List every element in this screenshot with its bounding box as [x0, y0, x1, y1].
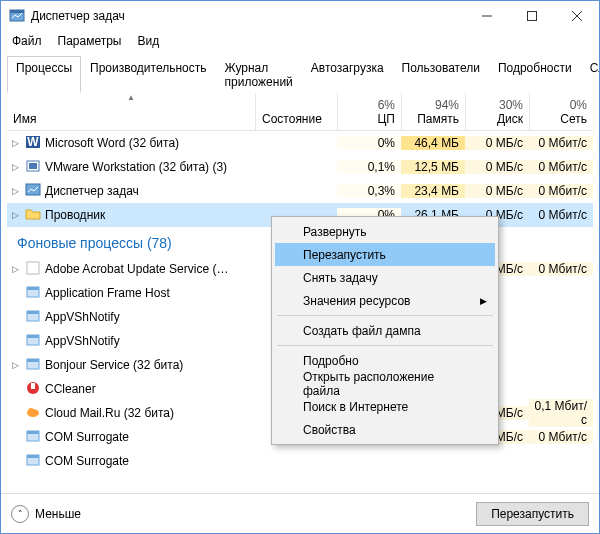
disk-value: 0 МБ/с	[465, 160, 529, 174]
network-value: 0 Мбит/с	[529, 184, 593, 198]
process-icon: W	[25, 134, 41, 153]
memory-value: 23,4 МБ	[401, 184, 465, 198]
minimize-button[interactable]	[464, 1, 509, 31]
column-headers: ▲ Имя Состояние 6%ЦП 94%Память 30%Диск 0…	[7, 93, 593, 131]
expand-icon[interactable]: ▷	[9, 360, 21, 370]
disk-value: 0 МБ/с	[465, 184, 529, 198]
tab-5[interactable]: Подробности	[489, 56, 581, 93]
svg-rect-10	[26, 184, 40, 195]
menu-2[interactable]: Вид	[130, 32, 166, 50]
tab-6[interactable]: Службы	[581, 56, 600, 93]
cpu-value: 0,3%	[337, 184, 401, 198]
column-disk[interactable]: 30%Диск	[465, 93, 529, 130]
fewer-details-button[interactable]: ˄ Меньше	[11, 505, 81, 523]
column-name[interactable]: ▲ Имя	[7, 93, 255, 130]
context-menu-item[interactable]: Открыть расположение файла	[275, 372, 495, 395]
network-value: 0 Мбит/с	[529, 262, 593, 276]
process-icon	[25, 206, 41, 225]
expand-icon[interactable]: ▷	[9, 138, 21, 148]
restart-button[interactable]: Перезапустить	[476, 502, 589, 526]
process-icon	[25, 428, 41, 447]
process-name: Проводник	[45, 208, 105, 222]
window-title: Диспетчер задач	[31, 9, 464, 23]
menu-1[interactable]: Параметры	[51, 32, 129, 50]
tab-3[interactable]: Автозагрузка	[302, 56, 393, 93]
memory-value: 12,5 МБ	[401, 160, 465, 174]
context-menu-item[interactable]: Перезапустить	[275, 243, 495, 266]
process-icon	[25, 158, 41, 177]
svg-rect-17	[27, 335, 39, 338]
cpu-value: 0,1%	[337, 160, 401, 174]
process-name: Bonjour Service (32 бита)	[45, 358, 183, 372]
app-icon	[9, 8, 25, 24]
context-menu: РазвернутьПерезапуститьСнять задачуЗначе…	[271, 216, 499, 445]
svg-rect-13	[27, 287, 39, 290]
process-icon	[25, 356, 41, 375]
column-network[interactable]: 0%Сеть	[529, 93, 593, 130]
close-button[interactable]	[554, 1, 599, 31]
process-icon	[25, 404, 41, 423]
process-row[interactable]: ▷Диспетчер задач0,3%23,4 МБ0 МБ/с0 Мбит/…	[7, 179, 593, 203]
expand-icon[interactable]: ▷	[9, 210, 21, 220]
disk-value: 0 МБ/с	[465, 136, 529, 150]
context-menu-item[interactable]: Свойства	[275, 418, 495, 441]
process-name: Microsoft Word (32 бита)	[45, 136, 179, 150]
maximize-button[interactable]	[509, 1, 554, 31]
tab-2[interactable]: Журнал приложений	[216, 56, 302, 93]
svg-rect-15	[27, 311, 39, 314]
expand-icon[interactable]: ▷	[9, 162, 21, 172]
context-menu-item[interactable]: Создать файл дампа	[275, 319, 495, 342]
process-name: AppVShNotify	[45, 310, 120, 324]
tab-0[interactable]: Процессы	[7, 56, 81, 93]
process-row[interactable]: ▷VMware Workstation (32 бита) (3)0,1%12,…	[7, 155, 593, 179]
column-status-label: Состояние	[262, 112, 322, 126]
svg-rect-19	[27, 359, 39, 362]
process-name: COM Surrogate	[45, 430, 129, 444]
process-icon	[25, 332, 41, 351]
process-name: VMware Workstation (32 бита) (3)	[45, 160, 227, 174]
column-name-label: Имя	[13, 112, 36, 126]
menubar: ФайлПараметрыВид	[1, 31, 599, 51]
svg-rect-9	[29, 163, 37, 169]
column-memory[interactable]: 94%Память	[401, 93, 465, 130]
network-value: 0 Мбит/с	[529, 208, 593, 222]
context-menu-item[interactable]: Поиск в Интернете	[275, 395, 495, 418]
network-value: 0 Мбит/с	[529, 430, 593, 444]
process-icon	[25, 182, 41, 201]
context-menu-item[interactable]: Снять задачу	[275, 266, 495, 289]
memory-value: 46,4 МБ	[401, 136, 465, 150]
column-status[interactable]: Состояние	[255, 93, 337, 130]
process-name: COM Surrogate	[45, 454, 129, 468]
process-icon	[25, 308, 41, 327]
svg-rect-11	[27, 262, 39, 274]
svg-rect-3	[527, 12, 536, 21]
process-name: Application Frame Host	[45, 286, 170, 300]
expand-icon[interactable]: ▷	[9, 264, 21, 274]
context-menu-item[interactable]: Развернуть	[275, 220, 495, 243]
expand-icon[interactable]: ▷	[9, 186, 21, 196]
svg-text:W: W	[27, 135, 39, 149]
svg-rect-21	[31, 383, 35, 389]
chevron-up-icon: ˄	[11, 505, 29, 523]
svg-rect-1	[10, 10, 24, 13]
svg-rect-25	[27, 431, 39, 434]
process-row[interactable]: COM Surrogate	[7, 449, 593, 473]
process-name: Cloud Mail.Ru (32 бита)	[45, 406, 174, 420]
tab-strip: ПроцессыПроизводительностьЖурнал приложе…	[7, 55, 593, 93]
process-icon	[25, 284, 41, 303]
svg-point-23	[28, 408, 34, 414]
menu-0[interactable]: Файл	[5, 32, 49, 50]
tab-4[interactable]: Пользователи	[393, 56, 489, 93]
svg-rect-27	[27, 455, 39, 458]
process-icon	[25, 260, 41, 279]
network-value: 0 Мбит/с	[529, 160, 593, 174]
context-menu-item[interactable]: Значения ресурсов▶	[275, 289, 495, 312]
submenu-arrow-icon: ▶	[480, 296, 487, 306]
process-icon	[25, 380, 41, 399]
titlebar: Диспетчер задач	[1, 1, 599, 31]
sort-indicator-icon: ▲	[127, 93, 135, 102]
tab-1[interactable]: Производительность	[81, 56, 215, 93]
column-cpu[interactable]: 6%ЦП	[337, 93, 401, 130]
process-name: AppVShNotify	[45, 334, 120, 348]
process-row[interactable]: ▷WMicrosoft Word (32 бита)0%46,4 МБ0 МБ/…	[7, 131, 593, 155]
